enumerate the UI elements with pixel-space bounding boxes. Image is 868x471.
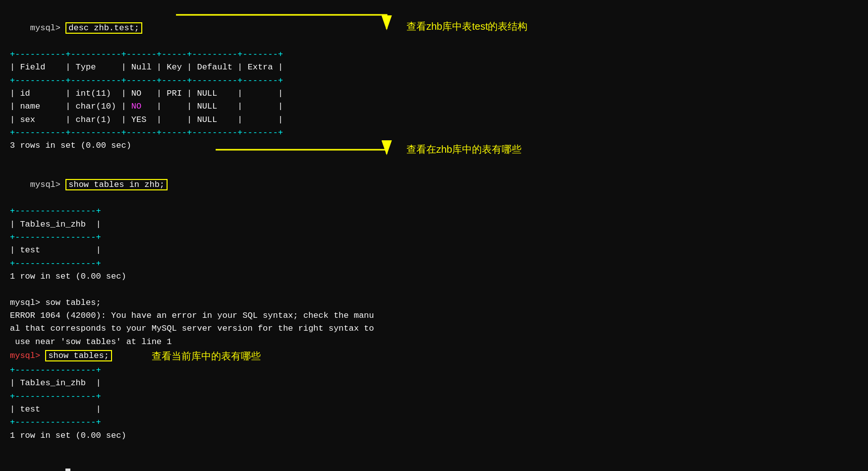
- cmd-show-tables2: show tables;: [45, 350, 112, 361]
- table1-top-border: +----------+----------+------+-----+----…: [10, 48, 858, 61]
- annotation-text-2: 查看在zhb库中的表有哪些: [406, 143, 521, 156]
- table1-header: | Field | Type | Null | Key | Default | …: [10, 61, 858, 74]
- table3-bottom-border: +----------------+: [10, 416, 858, 429]
- cursor: [65, 469, 70, 471]
- annotation-show-tables2: 查看当前库中的表有哪些: [152, 349, 261, 364]
- table3-header: | Tables_in_zhb |: [10, 377, 858, 390]
- table2-header-sep: +----------------+: [10, 231, 858, 244]
- table2-row-test: | test |: [10, 244, 858, 257]
- annotation-text-1: 查看zhb库中表test的表结构: [406, 20, 527, 33]
- table1-header-sep: +----------+----------+------+-----+----…: [10, 74, 858, 87]
- table2-header: | Tables_in_zhb |: [10, 218, 858, 231]
- error-line-2: al that corresponds to your MySQL server…: [10, 322, 858, 335]
- line-show-tables2: mysql> show tables; 查看当前库中的表有哪些: [10, 349, 858, 364]
- table1-bottom-border: +----------+----------+------+-----+----…: [10, 126, 858, 139]
- table2-bottom-border: +----------------+: [10, 257, 858, 270]
- prompt-1: mysql>: [30, 23, 65, 33]
- blank-2: [10, 283, 858, 296]
- table1-row-name: | name | char(10) | NO | | NULL | |: [10, 100, 858, 113]
- line-show-tables-zhb: mysql> show tables in zhb;: [10, 166, 858, 205]
- table3-row-test: | test |: [10, 403, 858, 416]
- cmd-show-tables-zhb: show tables in zhb;: [65, 179, 168, 190]
- table3-top-border: +----------------+: [10, 364, 858, 377]
- cmd-desc: desc zhb.test;: [65, 22, 142, 34]
- blank-3: [10, 442, 858, 455]
- error-line-1: ERROR 1064 (42000): You have an error in…: [10, 309, 858, 322]
- table3-header-sep: +----------------+: [10, 390, 858, 403]
- line-final-prompt: mysql>: [10, 455, 858, 471]
- rows-in-set-2: 1 row in set (0.00 sec): [10, 270, 858, 283]
- prompt-2: mysql>: [30, 180, 65, 189]
- error-line-3: use near 'sow tables' at line 1: [10, 336, 858, 349]
- table2-top-border: +----------------+: [10, 205, 858, 218]
- terminal: mysql> desc zhb.test; +----------+------…: [0, 0, 868, 471]
- prompt-3-red: mysql>: [10, 351, 45, 360]
- table1-row-sex: | sex | char(1) | YES | | NULL | |: [10, 114, 858, 126]
- rows-in-set-3: 1 row in set (0.00 sec): [10, 429, 858, 442]
- line-sow-cmd: mysql> sow tables;: [10, 296, 858, 309]
- table1-row-id: | id | int(11) | NO | PRI | NULL | |: [10, 87, 858, 100]
